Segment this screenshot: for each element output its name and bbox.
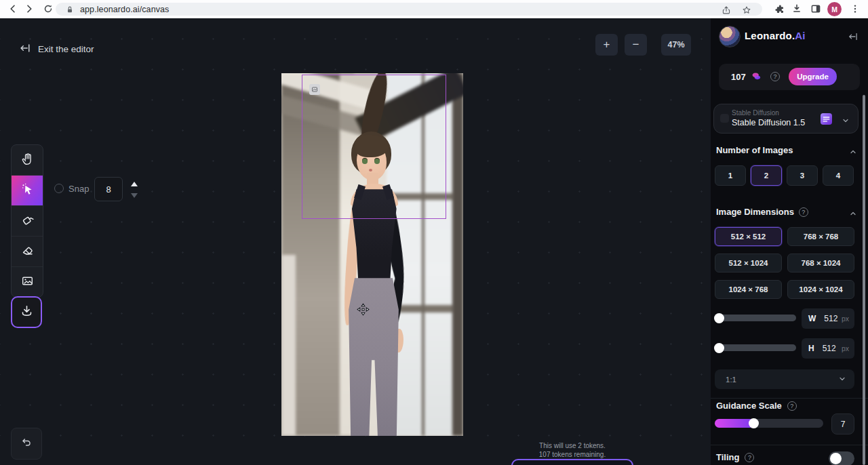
lock-icon: [64, 3, 76, 16]
eraser-tool-button[interactable]: [12, 237, 43, 267]
height-slider[interactable]: [715, 344, 796, 351]
count-option-2[interactable]: 2: [751, 165, 782, 186]
aspect-ratio-dropdown[interactable]: 1:1: [715, 369, 854, 389]
bookmark-star-icon[interactable]: [741, 4, 753, 16]
token-balance-bar: 107 ? Upgrade: [719, 64, 860, 90]
guidance-scale-knob[interactable]: [749, 418, 759, 428]
token-count: 107: [731, 72, 746, 82]
coins-icon: [751, 70, 763, 85]
model-chip-icon: [821, 113, 832, 125]
browser-profile-avatar[interactable]: M: [827, 2, 842, 16]
address-bar[interactable]: app.leonardo.ai/canvas: [56, 3, 762, 16]
image-dimensions-title: Image Dimensions: [716, 207, 794, 217]
guidance-scale-value[interactable]: 7: [831, 413, 854, 434]
height-value[interactable]: 512: [823, 344, 836, 353]
count-option-4[interactable]: 4: [823, 165, 854, 186]
image-tool-button[interactable]: [12, 267, 43, 297]
count-option-3[interactable]: 3: [787, 165, 818, 186]
sidebar-scrollbar[interactable]: [863, 95, 865, 465]
move-cursor-icon: [357, 303, 370, 319]
hand-tool-button[interactable]: [12, 145, 43, 176]
dim-option-768x768[interactable]: 768 × 768: [787, 227, 854, 246]
token-help-icon[interactable]: ?: [770, 72, 780, 81]
downloads-icon[interactable]: [791, 3, 803, 15]
snap-value-input[interactable]: 8: [94, 177, 123, 201]
exit-editor-label: Exit the editor: [38, 44, 94, 54]
exit-arrow-icon: [19, 42, 31, 56]
tiling-toggle[interactable]: [829, 451, 854, 465]
dim-option-1024x768[interactable]: 1024 × 768: [715, 280, 782, 299]
browser-back-icon[interactable]: [7, 3, 19, 15]
height-label: H: [808, 344, 814, 353]
width-value-box[interactable]: W 512 px: [802, 308, 854, 329]
width-slider[interactable]: [715, 315, 796, 321]
canvas-workspace[interactable]: Exit the editor + − 47%: [0, 18, 711, 465]
count-option-1[interactable]: 1: [715, 165, 746, 186]
brand-name: Leonardo.: [745, 30, 795, 41]
token-note-line2: 107 tokens remaining.: [498, 450, 647, 459]
image-dimensions-header: Image Dimensions ?: [716, 207, 808, 217]
image-dimensions-help-icon[interactable]: ?: [799, 207, 808, 217]
model-selector[interactable]: Stable Diffusion Stable Diffusion 1.5: [713, 104, 859, 134]
width-slider-knob[interactable]: [714, 313, 724, 323]
select-tool-button[interactable]: [12, 176, 43, 206]
browser-reload-icon[interactable]: [42, 3, 54, 15]
snap-decrement-button[interactable]: [131, 193, 138, 198]
collapse-sidebar-icon[interactable]: [848, 31, 859, 45]
paint-tool-button[interactable]: [12, 206, 43, 237]
upgrade-button[interactable]: Upgrade: [789, 68, 837, 85]
browser-menu-icon[interactable]: [849, 3, 861, 15]
image-icon: [20, 274, 35, 291]
zoom-out-button[interactable]: −: [625, 34, 647, 56]
browser-chrome: app.leonardo.ai/canvas M: [0, 0, 868, 19]
url-text[interactable]: app.leonardo.ai/canvas: [80, 5, 169, 14]
dim-option-1024x1024[interactable]: 1024 × 1024: [787, 280, 854, 299]
brand-logo: Leonardo.Ai: [745, 30, 806, 41]
browser-forward-icon[interactable]: [23, 3, 35, 15]
image-dimensions-collapse-icon[interactable]: [849, 208, 857, 220]
width-value[interactable]: 512: [824, 314, 837, 323]
undo-button[interactable]: [11, 428, 42, 460]
tool-palette: [11, 144, 43, 298]
divider: [711, 445, 868, 445]
art-column-right: [452, 73, 463, 436]
magic-cursor-icon: [20, 182, 35, 199]
divider: [711, 398, 868, 399]
snap-increment-button[interactable]: [131, 182, 138, 186]
dim-option-512x1024[interactable]: 512 × 1024: [715, 254, 782, 272]
token-note-line1: This will use 2 tokens.: [498, 441, 647, 450]
image-dimensions-options: 512 × 512 768 × 768 512 × 1024 768 × 102…: [715, 227, 854, 299]
guidance-scale-slider[interactable]: [715, 419, 823, 428]
width-label: W: [808, 314, 816, 323]
snap-toggle-icon[interactable]: [54, 184, 64, 193]
download-tool-button[interactable]: [11, 296, 42, 328]
tiling-help-icon[interactable]: ?: [745, 453, 754, 462]
extensions-icon[interactable]: [773, 3, 785, 15]
dim-option-512x512[interactable]: 512 × 512: [715, 227, 782, 246]
guidance-scale-help-icon[interactable]: ?: [787, 401, 797, 411]
number-of-images-title: Number of Images: [716, 145, 793, 155]
model-selector-label: Stable Diffusion: [732, 109, 779, 117]
model-chevron-down-icon: [842, 115, 850, 127]
aspect-ratio-value: 1:1: [726, 376, 736, 384]
zoom-level-display[interactable]: 47%: [661, 34, 691, 56]
zoom-in-button[interactable]: +: [595, 34, 618, 56]
width-unit: px: [842, 315, 849, 323]
user-avatar[interactable]: [719, 26, 741, 47]
exit-editor-button[interactable]: Exit the editor: [19, 42, 94, 56]
snap-label: Snap: [68, 184, 89, 194]
height-slider-knob[interactable]: [714, 343, 724, 353]
height-value-box[interactable]: H 512 px: [802, 338, 854, 359]
undo-icon: [20, 436, 33, 451]
selection-rectangle[interactable]: [302, 75, 446, 219]
side-panel-icon[interactable]: [810, 3, 822, 15]
tiling-toggle-knob: [830, 453, 842, 464]
model-selector-value: Stable Diffusion 1.5: [732, 118, 805, 127]
hand-icon: [20, 152, 35, 169]
share-icon[interactable]: [720, 4, 732, 16]
tiling-header: Tiling ?: [716, 452, 754, 462]
generate-button-partial[interactable]: [511, 459, 633, 465]
number-of-images-collapse-icon[interactable]: [849, 146, 857, 159]
guidance-scale-title: Guidance Scale: [716, 401, 782, 411]
dim-option-768x1024[interactable]: 768 × 1024: [787, 254, 854, 272]
